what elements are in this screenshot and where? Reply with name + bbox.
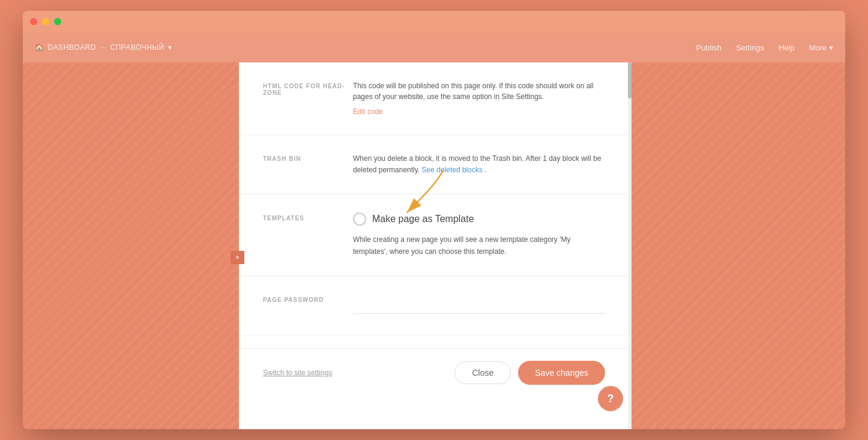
publish-link[interactable]: Publish bbox=[696, 43, 722, 52]
html-code-label: HTML CODE FOR HEAD-ZONE bbox=[263, 80, 353, 116]
sidebar-edit-button[interactable]: ≡ bbox=[231, 251, 244, 264]
make-template-label: Make page as Template bbox=[372, 214, 474, 225]
help-button[interactable]: ? bbox=[598, 386, 623, 411]
page-password-input[interactable] bbox=[353, 294, 605, 314]
settings-content: HTML CODE FOR HEAD-ZONE This code will b… bbox=[239, 62, 629, 397]
template-radio-row: Make page as Template bbox=[353, 212, 605, 226]
more-link[interactable]: More ▾ bbox=[809, 43, 833, 52]
help-link[interactable]: Help bbox=[779, 43, 795, 52]
templates-section: TEMPLATES Make page as Template While cr… bbox=[239, 194, 629, 276]
page-password-content bbox=[353, 294, 605, 318]
home-icon: 🏠 bbox=[35, 43, 44, 52]
trash-text-suffix: . bbox=[484, 166, 486, 174]
page-password-section: PAGE PASSWORD bbox=[239, 276, 629, 336]
see-deleted-blocks-link[interactable]: See deleted blocks bbox=[422, 166, 483, 174]
edit-code-link[interactable]: Edit code bbox=[353, 107, 383, 116]
close-traffic-light[interactable] bbox=[30, 18, 37, 25]
html-code-content: This code will be published on this page… bbox=[353, 80, 605, 116]
templates-content: Make page as Template While creating a n… bbox=[353, 212, 605, 257]
breadcrumb-arrow: → bbox=[100, 44, 107, 51]
dropdown-arrow-icon: ▾ bbox=[168, 43, 172, 52]
html-code-description: This code will be published on this page… bbox=[353, 80, 605, 102]
footer-buttons: Close Save changes bbox=[454, 361, 605, 385]
scrollbar-thumb[interactable] bbox=[628, 62, 631, 98]
left-background-pattern bbox=[23, 62, 239, 429]
breadcrumb: 🏠 DASHBOARD → СПРАВОЧНЫЙ ▾ bbox=[35, 43, 172, 52]
trash-bin-section: TRASH BIN When you delete a block, it is… bbox=[239, 135, 629, 194]
settings-footer: Switch to site settings Close Save chang… bbox=[239, 348, 629, 397]
app-window: 🏠 DASHBOARD → СПРАВОЧНЫЙ ▾ Publish Setti… bbox=[23, 11, 845, 429]
html-code-section: HTML CODE FOR HEAD-ZONE This code will b… bbox=[239, 62, 629, 135]
templates-label: TEMPLATES bbox=[263, 212, 353, 257]
trash-bin-content: When you delete a block, it is moved to … bbox=[353, 153, 605, 176]
trash-description: When you delete a block, it is moved to … bbox=[353, 153, 605, 176]
minimize-traffic-light[interactable] bbox=[42, 18, 49, 25]
dashboard-label: DASHBOARD bbox=[48, 43, 97, 52]
page-label: СПРАВОЧНЫЙ bbox=[110, 43, 164, 52]
close-button[interactable]: Close bbox=[454, 361, 511, 384]
modal-scrollbar[interactable] bbox=[628, 62, 631, 429]
switch-to-site-settings-link[interactable]: Switch to site settings bbox=[263, 369, 332, 377]
maximize-traffic-light[interactable] bbox=[54, 18, 61, 25]
trash-bin-label: TRASH BIN bbox=[263, 153, 353, 176]
nav-right: Publish Settings Help More ▾ bbox=[696, 43, 833, 52]
template-description: While creating a new page you will see a… bbox=[353, 234, 605, 257]
top-navigation: 🏠 DASHBOARD → СПРАВОЧНЫЙ ▾ Publish Setti… bbox=[23, 32, 845, 62]
settings-link[interactable]: Settings bbox=[736, 43, 764, 52]
settings-panel[interactable]: HTML CODE FOR HEAD-ZONE This code will b… bbox=[239, 62, 629, 429]
page-password-label: PAGE PASSWORD bbox=[263, 294, 353, 318]
save-changes-button[interactable]: Save changes bbox=[518, 361, 605, 385]
titlebar bbox=[23, 11, 845, 32]
make-template-radio[interactable] bbox=[353, 212, 366, 226]
right-background-pattern bbox=[629, 62, 845, 429]
